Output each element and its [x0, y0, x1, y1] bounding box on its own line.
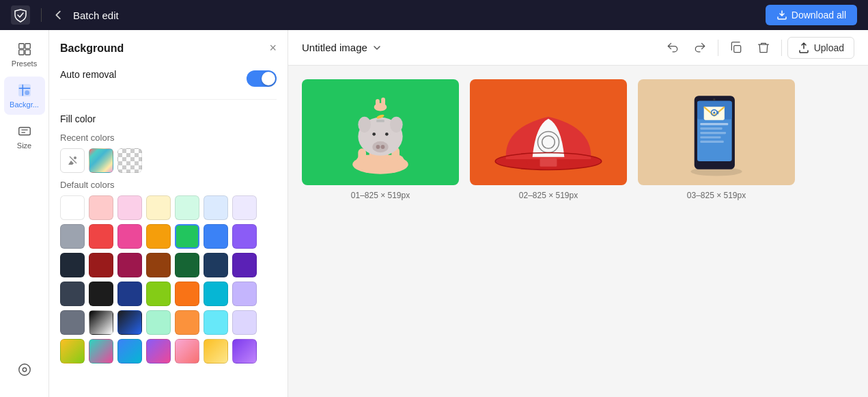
color-gray-400[interactable]	[60, 224, 85, 249]
color-lime-500[interactable]	[146, 282, 171, 306]
image-card-01: 01–825 × 519px	[302, 79, 459, 200]
color-purple-200[interactable]	[232, 310, 257, 335]
sidebar-item-background[interactable]: Backgr...	[4, 77, 45, 115]
page-title: Batch edit	[73, 10, 757, 21]
color-cyan-500[interactable]	[204, 282, 228, 306]
fill-color-title: Fill color	[60, 113, 277, 124]
svg-point-20	[376, 145, 380, 149]
color-gradient-pink-coral[interactable]	[175, 339, 199, 364]
svg-rect-4	[25, 50, 29, 55]
color-violet-500[interactable]	[232, 224, 257, 249]
color-orange-500[interactable]	[175, 282, 199, 306]
image-placeholder-02[interactable]	[470, 79, 627, 185]
color-gray-700[interactable]	[60, 282, 85, 306]
sidebar-item-size[interactable]: Size	[4, 118, 45, 156]
svg-rect-11	[733, 45, 740, 52]
svg-point-22	[372, 133, 376, 136]
color-gradient-yellow-green[interactable]	[60, 339, 85, 364]
color-green-800[interactable]	[175, 253, 199, 277]
color-pink-200[interactable]	[117, 195, 142, 220]
topbar: Batch edit Download all	[0, 0, 868, 30]
color-picker-swatch[interactable]	[60, 148, 85, 173]
recent-colors-row	[60, 148, 277, 173]
color-pink-100[interactable]	[89, 195, 113, 220]
color-red-800[interactable]	[89, 253, 113, 277]
svg-rect-29	[376, 99, 380, 110]
svg-rect-3	[18, 50, 23, 55]
image-label-01: 01–825 × 519px	[351, 191, 410, 200]
svg-rect-14	[358, 148, 366, 163]
color-blue-600[interactable]	[117, 310, 142, 335]
canvas-header: Untitled image	[288, 30, 868, 66]
color-pink-800[interactable]	[117, 253, 142, 277]
color-gray-500[interactable]	[60, 310, 85, 335]
auto-removal-label: Auto removal	[60, 69, 116, 80]
svg-point-6	[25, 91, 28, 95]
canvas-actions: Upload	[660, 36, 854, 60]
image-label-03: 03–825 × 519px	[687, 191, 746, 200]
svg-point-21	[381, 145, 385, 149]
svg-rect-7	[18, 128, 30, 135]
upload-button[interactable]: Upload	[787, 37, 854, 59]
color-teal-200[interactable]	[146, 310, 171, 335]
color-gradient-violet[interactable]	[232, 339, 257, 364]
color-gradient-blue-teal[interactable]	[117, 339, 142, 364]
toggle-knob	[262, 72, 275, 85]
color-blue-500[interactable]	[204, 224, 228, 249]
image-placeholder-03[interactable]	[638, 79, 795, 185]
image-placeholder-01[interactable]	[302, 79, 459, 185]
back-button[interactable]	[53, 9, 65, 21]
default-colors-grid	[60, 195, 277, 364]
color-blue-100[interactable]	[204, 195, 228, 220]
color-blue-900[interactable]	[204, 253, 228, 277]
color-violet-300[interactable]	[232, 282, 257, 306]
color-amber-500[interactable]	[146, 224, 171, 249]
svg-point-9	[23, 368, 27, 372]
color-gray-800[interactable]	[60, 253, 85, 277]
color-pink-500[interactable]	[117, 224, 142, 249]
color-amber-800[interactable]	[146, 253, 171, 277]
svg-rect-48	[700, 140, 723, 142]
auto-removal-toggle[interactable]	[247, 70, 277, 87]
default-colors-label: Default colors	[60, 180, 277, 190]
color-green-100[interactable]	[175, 195, 199, 220]
color-orange-400[interactable]	[175, 310, 199, 335]
canvas-title-button[interactable]: Untitled image	[302, 42, 382, 53]
topbar-divider	[41, 8, 42, 22]
download-all-button[interactable]: Download all	[766, 5, 857, 25]
color-blue-800[interactable]	[117, 282, 142, 306]
color-gradient-teal-purple[interactable]	[89, 339, 113, 364]
canvas-area: Untitled image	[288, 30, 868, 397]
color-white[interactable]	[60, 195, 85, 220]
color-black[interactable]	[89, 282, 113, 306]
color-purple-100[interactable]	[232, 195, 257, 220]
background-panel: Background × Auto removal Fill color Rec…	[49, 30, 288, 397]
color-purple-800[interactable]	[232, 253, 257, 277]
color-gradient-bw[interactable]	[89, 310, 113, 335]
sidebar-item-presets[interactable]: Presets	[4, 36, 45, 74]
transparent-swatch[interactable]	[117, 148, 142, 173]
svg-rect-2	[25, 44, 29, 49]
color-gradient-yellow[interactable]	[204, 339, 228, 364]
gradient-swatch[interactable]	[89, 148, 113, 173]
sidebar-bottom	[4, 351, 45, 397]
app-logo	[11, 5, 30, 25]
color-gradient-purple-pink[interactable]	[146, 339, 171, 364]
main-layout: Presets Backgr... Size	[0, 30, 868, 397]
redo-button[interactable]	[688, 36, 712, 60]
images-container: 01–825 × 519px	[288, 66, 868, 397]
svg-rect-44	[700, 123, 728, 125]
svg-point-23	[385, 133, 389, 136]
color-yellow-100[interactable]	[146, 195, 171, 220]
help-button[interactable]	[4, 351, 45, 389]
svg-rect-26	[376, 120, 384, 122]
color-green-500[interactable]	[175, 224, 199, 249]
image-label-02: 02–825 × 519px	[519, 191, 578, 200]
color-cyan-300[interactable]	[204, 310, 228, 335]
undo-button[interactable]	[660, 36, 685, 60]
sidebar-icons: Presets Backgr... Size	[0, 30, 49, 397]
duplicate-button[interactable]	[724, 36, 748, 60]
delete-button[interactable]	[751, 36, 776, 60]
close-button[interactable]: ×	[269, 41, 277, 55]
color-red-500[interactable]	[89, 224, 113, 249]
